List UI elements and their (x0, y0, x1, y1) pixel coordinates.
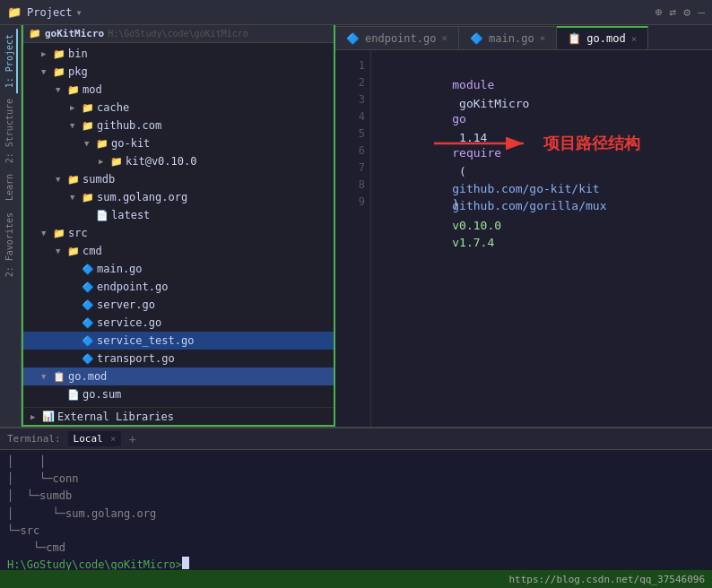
label-external: External Libraries (57, 411, 174, 423)
go-icon-endpointgo: 🔷 (81, 281, 95, 293)
tree-item-mod[interactable]: ▼ 📁 mod (23, 81, 334, 99)
term-text-1: │ │ (7, 454, 46, 471)
folder-icon-cmd: 📁 (66, 246, 81, 257)
folder-icon-sumgolangorg: 📁 (81, 192, 95, 203)
term-cursor (182, 557, 189, 569)
side-icons: 1: Project 2: Structure Learn 2: Favorit… (0, 25, 22, 427)
line-num-9: 9 (335, 194, 365, 211)
root-path: H:\GoStudy\code\goKitMicro (108, 29, 248, 39)
line-num-4: 4 (335, 108, 365, 125)
tree-item-sumdb[interactable]: ▼ 📁 sumdb (23, 170, 334, 188)
lib-icon: 📊 (41, 411, 56, 422)
sum-icon-gosum: 📄 (66, 389, 81, 401)
folder-icon-sumdb: 📁 (66, 174, 81, 186)
terminal-tab-local[interactable]: Local × (68, 431, 122, 446)
add-icon[interactable]: ⊕ (656, 5, 663, 19)
tree-item-servergo[interactable]: ▶ 🔷 server.go (23, 296, 334, 314)
terminal-tab-close[interactable]: × (110, 434, 116, 444)
tree-item-servicetestgo[interactable]: ▶ 🔷 service_test.go (23, 332, 334, 350)
tree-item-cmd[interactable]: ▼ 📁 cmd (23, 242, 334, 260)
tab-close-gomod[interactable]: × (631, 33, 638, 45)
arrow-sumgolangorg: ▼ (70, 193, 81, 202)
tree-item-maingo[interactable]: ▶ 🔷 main.go (23, 260, 334, 278)
tab-maingo[interactable]: 🔷 main.go × (459, 26, 557, 49)
label-sumdb: sumdb (82, 173, 115, 186)
code-content[interactable]: module goKitMicro go 1.14 require ( gith… (371, 50, 712, 427)
tree-item-cache[interactable]: ▶ 📁 cache (23, 99, 334, 117)
tab-close-endpointgo[interactable]: × (441, 32, 447, 44)
label-gokit: go-kit (111, 137, 150, 150)
folder-icon-gokit: 📁 (95, 138, 109, 150)
term-text-3: │ └─sumdb (7, 488, 72, 505)
tab-label-gomod: go.mod (586, 32, 625, 45)
tree-item-bin[interactable]: ▶ 📁 bin (23, 45, 334, 63)
sidebar-item-project[interactable]: 1: Project (3, 29, 18, 93)
arrow-cache: ▶ (70, 103, 81, 112)
sidebar-item-structure[interactable]: 2: Structure (3, 93, 18, 169)
tree-item-kitv010[interactable]: ▶ 📁 kit@v0.10.0 (23, 152, 334, 170)
tab-endpointgo[interactable]: 🔷 endpoint.go × (335, 26, 459, 49)
tree-item-external[interactable]: ▶ 📊 External Libraries (23, 407, 334, 425)
arrow-mod: ▼ (56, 85, 66, 94)
folder-icon-pkg: 📁 (52, 66, 66, 78)
label-transportgo: transport.go (97, 352, 175, 365)
editor-tabs: 🔷 endpoint.go × 🔷 main.go × 📋 go.mod × (335, 25, 712, 50)
term-text-2: │ └─conn (7, 471, 78, 488)
term-line-6: └─cmd (7, 540, 705, 557)
transfer-icon[interactable]: ⇄ (670, 5, 677, 19)
tree-item-sumgolangorg[interactable]: ▼ 📁 sum.golang.org (23, 188, 334, 206)
line-num-1: 1 (335, 57, 365, 74)
file-tree-content: ▶ 📁 bin ▼ 📁 pkg ▼ 📁 mod ▶ (23, 43, 334, 425)
file-tree-header: 📁 goKitMicro H:\GoStudy\code\goKitMicro (23, 25, 334, 43)
status-bar: https://blog.csdn.net/qq_37546096 (0, 570, 712, 588)
tree-item-transportgo[interactable]: ▶ 🔷 transport.go (23, 350, 334, 368)
label-servicego: service.go (97, 316, 161, 329)
label-githubcom: github.com (97, 119, 161, 132)
project-text: Project (27, 6, 73, 19)
tree-item-gomod[interactable]: ▼ 📋 go.mod (23, 368, 334, 385)
arrow-cmd: ▼ (56, 246, 66, 255)
module-name: goKitMicro (452, 97, 529, 110)
file-icon-latest: 📄 (95, 210, 109, 221)
go-icon-transportgo: 🔷 (81, 353, 95, 365)
go-icon-servergo: 🔷 (81, 299, 95, 311)
dropdown-icon: ▾ (76, 6, 82, 19)
term-text-5: └─src (7, 523, 39, 540)
close-icon[interactable]: — (698, 5, 705, 19)
folder-icon-bin: 📁 (52, 48, 66, 60)
term-prompt-text: H:\GoStudy\code\goKitMicro> (7, 557, 182, 570)
label-latest: latest (111, 209, 150, 221)
tree-item-latest[interactable]: ▶ 📄 latest (23, 206, 334, 224)
arrow-pkg: ▼ (41, 67, 52, 76)
title-bar-project-label[interactable]: Project ▾ (27, 6, 82, 19)
tree-item-gosum[interactable]: ▶ 📄 go.sum (23, 385, 334, 403)
terminal-add-button[interactable]: + (128, 432, 135, 446)
label-maingo: main.go (97, 263, 143, 275)
go-icon-maingo: 🔷 (81, 264, 95, 275)
folder-icon-kitv010: 📁 (109, 156, 124, 168)
terminal-content: │ │ │ └─conn │ └─sumdb │ └─sum.golang.or… (0, 450, 712, 570)
line-numbers: 1 2 3 4 5 6 7 8 9 (335, 50, 371, 427)
settings-icon[interactable]: ⚙ (683, 5, 690, 19)
tree-item-githubcom[interactable]: ▼ 📁 github.com (23, 117, 334, 134)
tree-item-servicego[interactable]: ▶ 🔷 service.go (23, 314, 334, 332)
label-src: src (68, 227, 88, 239)
ver-gokit: v0.10.0 (452, 219, 501, 232)
tab-close-maingo[interactable]: × (540, 32, 546, 44)
header-folder-icon: 📁 (29, 28, 41, 39)
tab-label-maingo: main.go (489, 32, 534, 45)
code-line-1: module goKitMicro (382, 57, 701, 74)
label-sumgolangorg: sum.golang.org (97, 191, 187, 203)
code-editor: 1 2 3 4 5 6 7 8 9 module goKitMicro go 1… (335, 50, 712, 427)
line-num-3: 3 (335, 91, 365, 108)
tree-item-src[interactable]: ▼ 📁 src (23, 224, 334, 242)
tree-item-pkg[interactable]: ▼ 📁 pkg (23, 63, 334, 81)
tab-gomod[interactable]: 📋 go.mod × (557, 26, 648, 49)
tree-item-endpointgo[interactable]: ▶ 🔷 endpoint.go (23, 278, 334, 296)
sidebar-item-favorites[interactable]: 2: Favorites (3, 207, 18, 282)
annotation-container: 项目路径结构 (425, 131, 640, 157)
space-7 (452, 217, 459, 230)
tree-item-gokit[interactable]: ▼ 📁 go-kit (23, 134, 334, 152)
status-right: https://blog.csdn.net/qq_37546096 (508, 574, 705, 585)
sidebar-item-learn[interactable]: Learn (3, 169, 18, 206)
